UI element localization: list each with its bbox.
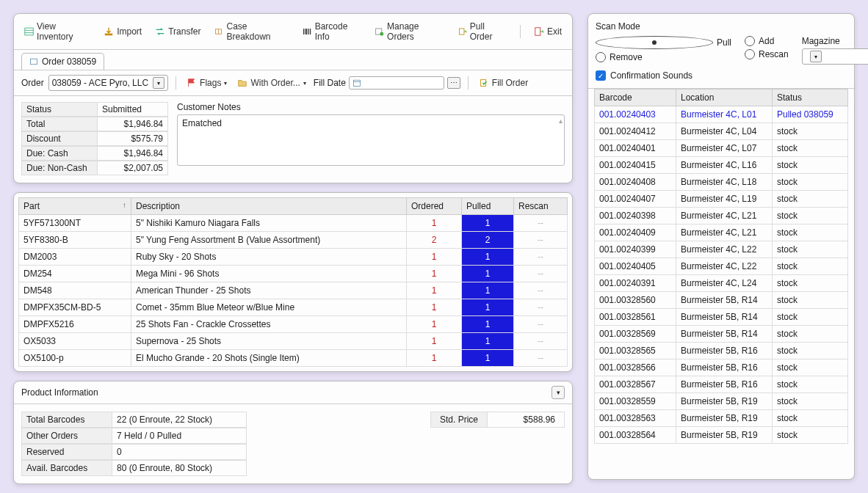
pull-order-button[interactable]: Pull Order — [455, 20, 510, 43]
view-inventory-button[interactable]: View Inventory — [21, 20, 93, 43]
radio-rescan[interactable]: Rescan — [745, 49, 789, 59]
table-row[interactable]: 001.00328565 Burmeister 5B, R16 stock — [595, 343, 848, 359]
product-info-title: Product Information — [21, 387, 98, 398]
table-row[interactable]: 001.00240415 Burmeister 4C, L16 stock — [595, 157, 848, 174]
table-row[interactable]: 001.00328569 Burmeister 5B, R14 stock — [595, 326, 848, 343]
col-location[interactable]: Location — [676, 90, 773, 106]
table-row[interactable]: 001.00328564 Burmeister 5B, R19 stock — [595, 427, 848, 444]
confirmation-sounds-checkbox[interactable]: ✓Confirmation Sounds — [596, 70, 847, 81]
table-row[interactable]: 001.00328563 Burmeister 5B, R19 stock — [595, 410, 848, 427]
collapse-button[interactable]: ▾ — [551, 386, 565, 399]
cell-rescan: -- — [514, 299, 568, 316]
col-part[interactable]: Part — [19, 198, 131, 215]
transfer-label: Transfer — [168, 26, 200, 37]
table-row[interactable]: DM254 Mega Mini - 96 Shots 1 1 -- — [19, 266, 568, 282]
fill-order-button[interactable]: Fill Order — [476, 76, 531, 90]
order-label: Order — [21, 78, 44, 88]
table-row[interactable]: 001.00240403 Burmeister 4C, L01 Pulled 0… — [595, 106, 848, 123]
checkbox-checked-icon: ✓ — [596, 70, 606, 81]
cell-pulled: 2 — [462, 232, 514, 249]
table-row[interactable]: 001.00240405 Burmeister 4C, L22 stock — [595, 258, 848, 275]
table-row[interactable]: 001.00328559 Burmeister 5B, R19 stock — [595, 393, 848, 410]
table-row[interactable]: 001.00240408 Burmeister 4C, L18 stock — [595, 174, 848, 191]
fill-date-picker-button[interactable]: ⋯ — [447, 77, 460, 89]
col-status[interactable]: Status — [773, 90, 848, 106]
table-row[interactable]: 001.00240399 Burmeister 4C, L22 stock — [595, 241, 848, 258]
table-row[interactable]: DM548 American Thunder - 25 Shots 1 1 -- — [19, 282, 568, 299]
radio-remove[interactable]: Remove — [596, 52, 731, 62]
cell-pulled: 1 — [462, 215, 514, 232]
cell-pulled: 1 — [462, 333, 514, 350]
cell-status: stock — [773, 410, 848, 427]
table-row[interactable]: DM2003 Ruby Sky - 20 Shots 1 1 -- — [19, 249, 568, 266]
flags-dropdown[interactable]: Flags▾ — [184, 76, 230, 90]
table-row[interactable]: OX5100-p El Mucho Grande - 20 Shots (Sin… — [19, 350, 568, 367]
radio-rescan-label: Rescan — [759, 49, 789, 59]
scan-table-wrap: Barcode Location Status 001.00240403 Bur… — [588, 89, 854, 479]
cell-status: stock — [773, 427, 848, 444]
manage-orders-button[interactable]: Manage Orders — [372, 20, 447, 43]
col-ordered[interactable]: Ordered — [407, 198, 462, 215]
chevron-down-icon: ▾ — [810, 51, 822, 62]
cell-ordered: 1 — [407, 215, 462, 232]
table-row[interactable]: 001.00328560 Burmeister 5B, R14 stock — [595, 292, 848, 309]
cell-rescan: -- — [514, 316, 568, 333]
order-select[interactable]: 038059 - ACE Pyro, LLC▾ — [48, 75, 168, 91]
table-row[interactable]: 5YF571300NT 5" Nishiki Kamuro Niagara Fa… — [19, 215, 568, 232]
total-barcodes-label: Total Barcodes — [21, 412, 112, 428]
table-row[interactable]: 001.00240407 Burmeister 4C, L19 stock — [595, 191, 848, 208]
table-row[interactable]: OX5033 Supernova - 25 Shots 1 1 -- — [19, 333, 568, 350]
transfer-icon — [155, 26, 165, 37]
table-row[interactable]: DMPFX35CM-BD-5 Comet - 35mm Blue Meteor … — [19, 299, 568, 316]
flag-icon — [187, 78, 197, 88]
magazine-label: Magazine — [802, 36, 868, 46]
cell-ordered: 1 — [407, 316, 462, 333]
table-row[interactable]: 5YF8380-B 5" Yung Feng Assortment B (Val… — [19, 232, 568, 249]
table-row[interactable]: 001.00240398 Burmeister 4C, L21 stock — [595, 208, 848, 224]
exit-button[interactable]: Exit — [531, 25, 565, 38]
magazine-select[interactable]: ▾ — [802, 48, 868, 65]
cell-status: Pulled 038059 — [773, 106, 848, 123]
case-breakdown-button[interactable]: Case Breakdown — [211, 20, 292, 43]
col-pulled[interactable]: Pulled — [462, 198, 514, 215]
table-row[interactable]: 001.00328561 Burmeister 5B, R14 stock — [595, 309, 848, 326]
with-order-dropdown[interactable]: With Order...▾ — [234, 76, 308, 90]
col-description[interactable]: Description — [131, 198, 407, 215]
cell-ordered: 1 — [407, 333, 462, 350]
cell-desc: El Mucho Grande - 20 Shots (Single Item) — [131, 350, 407, 367]
cell-ordered: 1 — [407, 282, 462, 299]
radio-add[interactable]: Add — [745, 36, 789, 46]
scroll-up-icon[interactable]: ▴ — [559, 117, 563, 125]
price-label: Std. Price — [430, 412, 487, 428]
order-tab[interactable]: Order 038059 — [21, 53, 104, 70]
cell-rescan: -- — [514, 333, 568, 350]
fill-date-input[interactable] — [349, 76, 444, 90]
col-rescan[interactable]: Rescan — [514, 198, 568, 215]
transfer-button[interactable]: Transfer — [152, 25, 203, 38]
col-barcode[interactable]: Barcode — [595, 90, 676, 106]
table-row[interactable]: 001.00328567 Burmeister 5B, R16 stock — [595, 376, 848, 393]
order-select-value: 038059 - ACE Pyro, LLC — [52, 78, 148, 88]
fill-icon — [479, 78, 489, 88]
radio-pull[interactable]: Pull — [596, 36, 731, 49]
radio-remove-label: Remove — [610, 52, 643, 62]
cell-barcode: 001.00328564 — [595, 427, 676, 444]
radio-icon — [745, 49, 755, 59]
table-row[interactable]: 001.00328566 Burmeister 5B, R16 stock — [595, 359, 848, 376]
cell-location: Burmeister 4C, L16 — [676, 157, 773, 174]
due-cash-label: Due: Cash — [21, 146, 97, 161]
notes-textarea[interactable]: Ematched▴ — [177, 114, 565, 166]
table-row[interactable]: 001.00240412 Burmeister 4C, L04 stock — [595, 123, 848, 140]
table-row[interactable]: 001.00240391 Burmeister 4C, L24 stock — [595, 275, 848, 292]
import-button[interactable]: Import — [101, 25, 145, 38]
cell-location: Burmeister 5B, R16 — [676, 359, 773, 376]
avail-barcodes-label: Avail. Barcodes — [21, 460, 112, 476]
cell-barcode: 001.00240407 — [595, 191, 676, 208]
table-row[interactable]: DMPFX5216 25 Shots Fan - Crackle Crosset… — [19, 316, 568, 333]
table-row[interactable]: 001.00240401 Burmeister 4C, L07 stock — [595, 140, 848, 157]
barcode-info-button[interactable]: Barcode Info — [300, 20, 364, 43]
cell-pulled: 1 — [462, 266, 514, 282]
table-row[interactable]: 001.00240409 Burmeister 4C, L21 stock — [595, 224, 848, 241]
view-inventory-label: View Inventory — [37, 21, 90, 42]
tab-strip: Order 038059 — [14, 50, 572, 70]
